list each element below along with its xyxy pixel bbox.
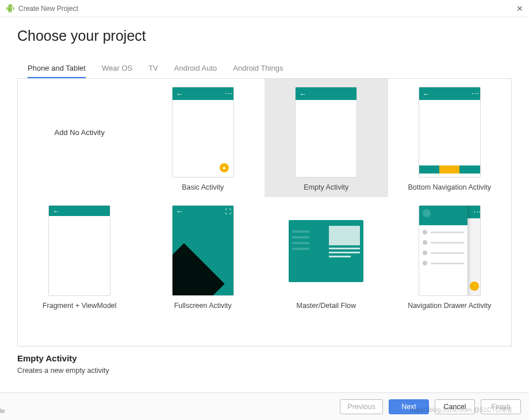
- fab-icon: [470, 282, 479, 291]
- close-icon[interactable]: ✕: [516, 4, 523, 13]
- template-add-no-activity[interactable]: Add No Activity: [18, 79, 141, 197]
- clipped-text: le: [0, 407, 5, 414]
- template-empty-activity[interactable]: ← Empty Activity: [264, 79, 388, 197]
- cancel-button[interactable]: Cancel: [435, 399, 475, 414]
- template-thumb-fullscreen: ←⛶: [172, 205, 234, 296]
- kebab-icon: ⋮: [476, 209, 478, 215]
- selection-text: Creates a new empty activity: [17, 367, 512, 375]
- template-label: Master/Detail Flow: [297, 302, 356, 310]
- avatar-icon: [423, 209, 431, 217]
- finish-button[interactable]: Finish: [481, 399, 521, 414]
- template-label: Basic Activity: [182, 183, 224, 191]
- fab-icon: [220, 163, 229, 172]
- kebab-icon: ⋮: [227, 90, 230, 97]
- back-arrow-icon: ←: [423, 90, 430, 98]
- template-thumb-navdrawer: ⋮: [419, 205, 481, 296]
- template-basic-activity[interactable]: ←⋮ Basic Activity: [141, 79, 265, 197]
- template-thumb-empty: ←: [295, 87, 357, 178]
- selection-description: Empty Activity Creates a new empty activ…: [0, 346, 529, 375]
- tab-android-things[interactable]: Android Things: [233, 60, 283, 78]
- tab-tv[interactable]: TV: [148, 60, 158, 78]
- template-thumb-fragvm: ←: [48, 205, 110, 296]
- window-title: Create New Project: [18, 5, 78, 13]
- template-navigation-drawer[interactable]: ⋮ Navigation Drawer Activity: [388, 197, 512, 315]
- fullscreen-icon: ⛶: [225, 208, 231, 215]
- template-label: Navigation Drawer Activity: [408, 302, 491, 310]
- template-grid[interactable]: Add No Activity ←⋮ Basic Activity ← Empt…: [17, 79, 512, 346]
- template-fragment-viewmodel[interactable]: ← Fragment + ViewModel: [18, 197, 141, 315]
- selection-title: Empty Activity: [17, 353, 512, 363]
- template-label: [79, 183, 80, 191]
- template-master-detail[interactable]: Master/Detail Flow: [264, 197, 388, 315]
- back-arrow-icon: ←: [176, 207, 183, 215]
- template-bottom-navigation[interactable]: ←⋮ Bottom Navigation Activity: [388, 79, 512, 197]
- previous-button[interactable]: Previous: [340, 399, 383, 414]
- template-fullscreen-activity[interactable]: ←⛶ Fullscreen Activity: [141, 197, 265, 315]
- back-arrow-icon: ←: [299, 90, 306, 98]
- back-arrow-icon: ←: [52, 207, 60, 215]
- kebab-icon: ⋮: [474, 90, 477, 97]
- template-thumb-masterdetail: [289, 220, 363, 282]
- footer: Previous Next Cancel Finish: [0, 392, 529, 420]
- next-button[interactable]: Next: [389, 399, 429, 414]
- bottom-nav-icon: [419, 165, 480, 174]
- template-label: Bottom Navigation Activity: [408, 183, 491, 191]
- tab-phone-tablet[interactable]: Phone and Tablet: [28, 60, 86, 78]
- tabs: Phone and Tablet Wear OS TV Android Auto…: [17, 60, 512, 79]
- template-label: Empty Activity: [304, 183, 348, 191]
- template-thumb-basic: ←⋮: [172, 87, 234, 178]
- template-thumb-bottomnav: ←⋮: [419, 87, 481, 178]
- template-label: Fragment + ViewModel: [43, 302, 117, 310]
- android-icon: [6, 4, 15, 13]
- template-thumb-none: Add No Activity: [48, 87, 110, 178]
- titlebar: Create New Project ✕: [0, 0, 529, 17]
- tab-wear-os[interactable]: Wear OS: [102, 60, 132, 78]
- back-arrow-icon: ←: [176, 90, 183, 98]
- page-title: Choose your project: [17, 28, 512, 44]
- template-label: Fullscreen Activity: [174, 302, 232, 310]
- tab-android-auto[interactable]: Android Auto: [174, 60, 217, 78]
